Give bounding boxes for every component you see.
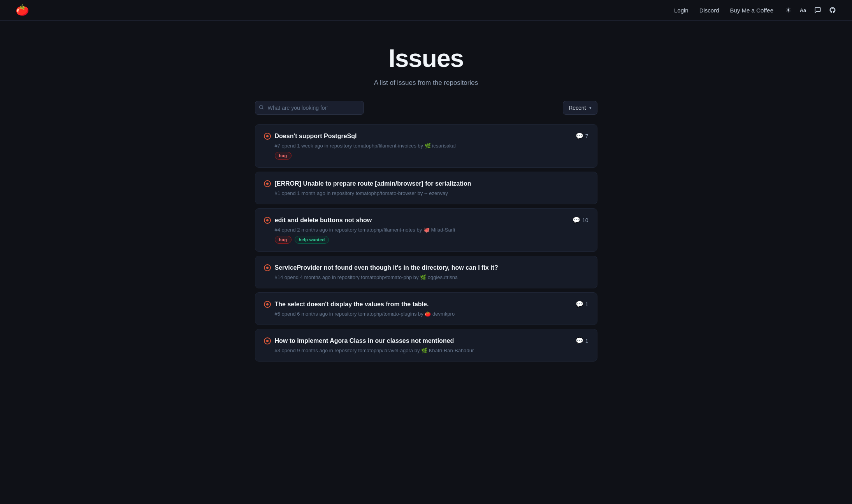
issue-header: How to implement Agora Class in our clas… xyxy=(264,337,588,344)
issue-title-row: How to implement Agora Class in our clas… xyxy=(264,337,454,344)
issue-header: The select doesn't display the values fr… xyxy=(264,300,588,308)
issue-title-row: Doesn't support PostgreSql xyxy=(264,132,357,140)
comment-count: 7 xyxy=(585,133,588,139)
search-icon xyxy=(259,105,264,111)
issue-header: ServiceProvider not found even though it… xyxy=(264,264,588,271)
issue-title-row: The select doesn't display the values fr… xyxy=(264,300,429,308)
comment-badge: 💬 1 xyxy=(576,300,588,308)
issues-list: Doesn't support PostgreSql 💬 7 #7 opend … xyxy=(255,124,597,362)
issue-meta: #4 opend 2 months ago in repository toma… xyxy=(275,227,588,233)
issue-meta: #3 opend 9 months ago in repository toma… xyxy=(275,348,588,353)
tags-row: bughelp wanted xyxy=(275,236,588,244)
author-avatar: 🐙 xyxy=(423,227,430,233)
issue-card[interactable]: [ERROR] Unable to prepare route [admin/b… xyxy=(255,172,597,204)
page-subtitle: A list of issues from the repositories xyxy=(255,79,597,87)
tags-row: bug xyxy=(275,152,588,160)
comment-count: 1 xyxy=(585,301,588,307)
issue-header: Doesn't support PostgreSql 💬 7 xyxy=(264,132,588,140)
nav: Login Discord Buy Me a Coffee ☀ Aa xyxy=(674,6,836,14)
nav-discord[interactable]: Discord xyxy=(699,7,719,14)
issue-open-icon xyxy=(264,301,271,308)
issue-title: edit and delete buttons not show xyxy=(275,217,372,224)
search-input[interactable] xyxy=(255,101,364,115)
issue-card[interactable]: ServiceProvider not found even though it… xyxy=(255,256,597,288)
logo[interactable]: 🍅 xyxy=(16,5,29,16)
sort-label: Recent xyxy=(569,105,586,111)
comment-icon: 💬 xyxy=(576,300,583,308)
issue-header: edit and delete buttons not show 💬 10 xyxy=(264,216,588,224)
comment-count: 1 xyxy=(585,338,588,344)
author-avatar: 🌿 xyxy=(421,348,427,353)
issue-title: [ERROR] Unable to prepare route [admin/b… xyxy=(275,180,471,187)
author-name: Milad-Sarli xyxy=(431,227,455,233)
author-name: devmkpro xyxy=(432,311,455,317)
issue-title-row: [ERROR] Unable to prepare route [admin/b… xyxy=(264,180,471,187)
chevron-down-icon: ▾ xyxy=(589,105,592,111)
nav-buy-coffee[interactable]: Buy Me a Coffee xyxy=(730,7,773,14)
author-name: Khatri-Ran-Bahadur xyxy=(429,348,474,353)
main-content: Issues A list of issues from the reposit… xyxy=(247,21,605,377)
issue-meta: #1 opend 1 month ago in repository tomat… xyxy=(275,190,588,196)
issue-meta: #7 opend 1 week ago in repository tomato… xyxy=(275,143,588,149)
comment-badge: 💬 1 xyxy=(576,337,588,344)
issue-card[interactable]: Doesn't support PostgreSql 💬 7 #7 opend … xyxy=(255,124,597,168)
issue-card[interactable]: How to implement Agora Class in our clas… xyxy=(255,329,597,362)
issue-header: [ERROR] Unable to prepare route [admin/b… xyxy=(264,180,588,187)
comment-icon: 💬 xyxy=(576,132,583,140)
comment-icon: 💬 xyxy=(573,216,580,224)
comment-count: 10 xyxy=(582,217,588,223)
issue-open-icon xyxy=(264,337,271,344)
header: 🍅 Login Discord Buy Me a Coffee ☀ Aa xyxy=(0,0,852,21)
github-icon[interactable] xyxy=(829,6,836,14)
issue-open-icon xyxy=(264,180,271,187)
issue-title: The select doesn't display the values fr… xyxy=(275,301,429,308)
issue-title-row: edit and delete buttons not show xyxy=(264,216,372,224)
issue-meta: #14 opend 4 months ago in repository tom… xyxy=(275,274,588,280)
author-name: icsarisakal xyxy=(432,143,456,149)
issue-title: Doesn't support PostgreSql xyxy=(275,133,357,140)
page-title: Issues xyxy=(255,44,597,73)
translate-icon[interactable]: Aa xyxy=(799,6,807,14)
issue-meta: #5 opend 6 months ago in repository toma… xyxy=(275,311,588,317)
issue-title: How to implement Agora Class in our clas… xyxy=(275,337,454,344)
search-wrapper xyxy=(255,101,364,115)
sort-dropdown[interactable]: Recent ▾ xyxy=(563,101,597,115)
controls-row: Recent ▾ xyxy=(255,101,597,115)
nav-icons: ☀ Aa xyxy=(784,6,836,14)
issue-title-row: ServiceProvider not found even though it… xyxy=(264,264,498,271)
author-name: oggiesutrisna xyxy=(428,274,458,280)
comment-icon: 💬 xyxy=(576,337,583,344)
nav-login[interactable]: Login xyxy=(674,7,689,14)
theme-toggle-icon[interactable]: ☀ xyxy=(784,6,792,14)
issue-open-icon xyxy=(264,133,271,140)
tag-bug: bug xyxy=(275,236,292,244)
author-avatar: 🌿 xyxy=(420,274,426,280)
author-avatar: 🍅 xyxy=(425,311,431,317)
issue-card[interactable]: edit and delete buttons not show 💬 10 #4… xyxy=(255,208,597,252)
issue-card[interactable]: The select doesn't display the values fr… xyxy=(255,292,597,325)
author-name: ezerway xyxy=(429,190,448,196)
tag-help: help wanted xyxy=(295,236,329,244)
issue-title: ServiceProvider not found even though it… xyxy=(275,264,498,271)
comment-badge: 💬 10 xyxy=(573,216,588,224)
chat-icon[interactable] xyxy=(814,6,822,14)
issue-open-icon xyxy=(264,264,271,271)
author-avatar: 🌿 xyxy=(425,143,431,149)
tag-bug: bug xyxy=(275,152,292,160)
comment-badge: 💬 7 xyxy=(576,132,588,140)
issue-open-icon xyxy=(264,217,271,224)
